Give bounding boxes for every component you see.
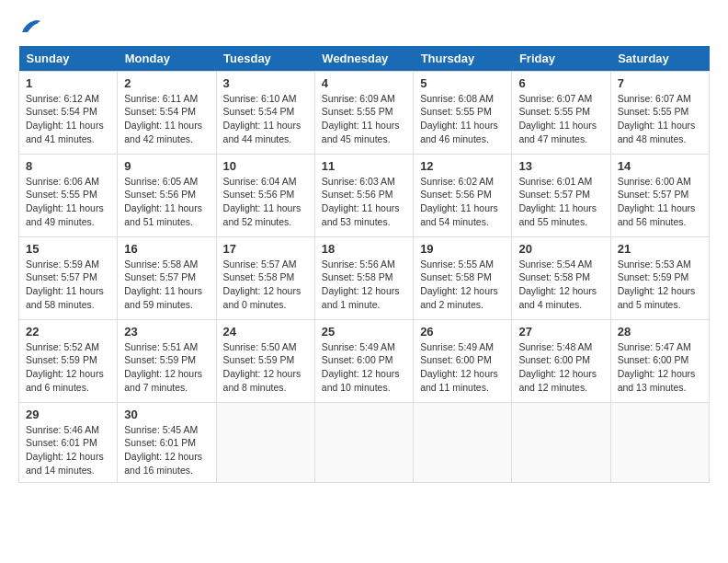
logo-bird-icon	[20, 19, 40, 36]
day-info: Sunrise: 6:07 AMSunset: 5:55 PMDaylight:…	[618, 92, 702, 146]
day-number: 7	[618, 76, 702, 90]
day-number: 17	[223, 242, 308, 256]
day-info: Sunrise: 5:53 AMSunset: 5:59 PMDaylight:…	[618, 258, 702, 312]
calendar-cell: 7Sunrise: 6:07 AMSunset: 5:55 PMDaylight…	[610, 71, 709, 154]
calendar-week-4: 22Sunrise: 5:52 AMSunset: 5:59 PMDayligh…	[19, 319, 710, 402]
calendar-cell	[610, 402, 709, 482]
day-info: Sunrise: 6:10 AMSunset: 5:54 PMDaylight:…	[223, 92, 308, 146]
day-number: 24	[223, 325, 308, 339]
day-info: Sunrise: 6:11 AMSunset: 5:54 PMDaylight:…	[124, 92, 209, 146]
calendar-cell: 17Sunrise: 5:57 AMSunset: 5:58 PMDayligh…	[216, 236, 314, 319]
day-number: 10	[223, 159, 308, 173]
day-info: Sunrise: 6:12 AMSunset: 5:54 PMDaylight:…	[26, 92, 110, 146]
day-info: Sunrise: 5:49 AMSunset: 6:00 PMDaylight:…	[420, 340, 505, 395]
calendar-cell: 24Sunrise: 5:50 AMSunset: 5:59 PMDayligh…	[216, 319, 314, 402]
weekday-header-monday: Monday	[118, 46, 216, 72]
calendar-cell: 25Sunrise: 5:49 AMSunset: 6:00 PMDayligh…	[314, 319, 413, 402]
day-number: 25	[322, 325, 406, 339]
day-number: 15	[26, 242, 110, 256]
calendar-cell: 16Sunrise: 5:58 AMSunset: 5:57 PMDayligh…	[118, 236, 216, 319]
calendar-cell: 30Sunrise: 5:45 AMSunset: 6:01 PMDayligh…	[118, 402, 216, 482]
logo	[18, 18, 40, 37]
day-info: Sunrise: 5:46 AMSunset: 6:01 PMDaylight:…	[26, 423, 110, 477]
calendar-cell: 10Sunrise: 6:04 AMSunset: 5:56 PMDayligh…	[216, 154, 314, 236]
calendar-cell: 14Sunrise: 6:00 AMSunset: 5:57 PMDayligh…	[610, 154, 709, 236]
calendar-cell	[216, 402, 314, 482]
calendar-cell: 26Sunrise: 5:49 AMSunset: 6:00 PMDayligh…	[414, 319, 512, 402]
calendar-cell: 28Sunrise: 5:47 AMSunset: 6:00 PMDayligh…	[610, 319, 709, 402]
weekday-header-wednesday: Wednesday	[314, 46, 413, 72]
day-info: Sunrise: 6:03 AMSunset: 5:56 PMDaylight:…	[322, 175, 406, 229]
day-info: Sunrise: 5:45 AMSunset: 6:01 PMDaylight:…	[124, 423, 209, 477]
day-number: 13	[518, 159, 603, 173]
calendar-cell: 5Sunrise: 6:08 AMSunset: 5:55 PMDaylight…	[414, 71, 512, 154]
day-number: 27	[518, 325, 603, 339]
calendar-cell: 2Sunrise: 6:11 AMSunset: 5:54 PMDaylight…	[118, 71, 216, 154]
day-info: Sunrise: 5:52 AMSunset: 5:59 PMDaylight:…	[26, 340, 110, 395]
day-number: 16	[124, 242, 209, 256]
calendar-cell: 1Sunrise: 6:12 AMSunset: 5:54 PMDaylight…	[19, 71, 118, 154]
calendar-cell: 12Sunrise: 6:02 AMSunset: 5:56 PMDayligh…	[414, 154, 512, 236]
calendar-cell	[314, 402, 413, 482]
calendar-cell: 8Sunrise: 6:06 AMSunset: 5:55 PMDaylight…	[19, 154, 118, 236]
day-info: Sunrise: 5:47 AMSunset: 6:00 PMDaylight:…	[618, 340, 702, 395]
day-number: 12	[420, 159, 505, 173]
day-number: 6	[518, 76, 603, 90]
calendar-cell: 23Sunrise: 5:51 AMSunset: 5:59 PMDayligh…	[118, 319, 216, 402]
calendar-cell	[414, 402, 512, 482]
day-number: 29	[26, 408, 110, 421]
page-header	[18, 18, 710, 37]
day-number: 9	[124, 159, 209, 173]
day-number: 18	[322, 242, 406, 256]
day-number: 19	[420, 242, 505, 256]
day-info: Sunrise: 5:49 AMSunset: 6:00 PMDaylight:…	[322, 340, 406, 395]
calendar-week-2: 8Sunrise: 6:06 AMSunset: 5:55 PMDaylight…	[19, 154, 710, 236]
day-info: Sunrise: 6:02 AMSunset: 5:56 PMDaylight:…	[420, 175, 505, 229]
day-number: 26	[420, 325, 505, 339]
day-info: Sunrise: 5:59 AMSunset: 5:57 PMDaylight:…	[26, 258, 110, 312]
day-number: 2	[124, 76, 209, 90]
day-info: Sunrise: 6:00 AMSunset: 5:57 PMDaylight:…	[618, 175, 702, 229]
day-number: 22	[26, 325, 110, 339]
day-number: 28	[618, 325, 702, 339]
calendar-cell: 27Sunrise: 5:48 AMSunset: 6:00 PMDayligh…	[512, 319, 610, 402]
day-number: 5	[420, 76, 505, 90]
day-info: Sunrise: 6:04 AMSunset: 5:56 PMDaylight:…	[223, 175, 308, 229]
day-info: Sunrise: 5:48 AMSunset: 6:00 PMDaylight:…	[518, 340, 603, 395]
day-number: 14	[618, 159, 702, 173]
day-number: 3	[223, 76, 308, 90]
day-number: 30	[124, 408, 209, 421]
day-number: 20	[518, 242, 603, 256]
day-number: 8	[26, 159, 110, 173]
weekday-header-thursday: Thursday	[414, 46, 512, 72]
calendar-cell: 21Sunrise: 5:53 AMSunset: 5:59 PMDayligh…	[610, 236, 709, 319]
calendar-cell: 19Sunrise: 5:55 AMSunset: 5:58 PMDayligh…	[414, 236, 512, 319]
weekday-header-tuesday: Tuesday	[216, 46, 314, 72]
day-info: Sunrise: 5:54 AMSunset: 5:58 PMDaylight:…	[518, 258, 603, 312]
calendar-cell: 20Sunrise: 5:54 AMSunset: 5:58 PMDayligh…	[512, 236, 610, 319]
weekday-header-saturday: Saturday	[610, 46, 709, 72]
day-info: Sunrise: 6:09 AMSunset: 5:55 PMDaylight:…	[322, 92, 406, 146]
calendar-week-1: 1Sunrise: 6:12 AMSunset: 5:54 PMDaylight…	[19, 71, 710, 154]
day-info: Sunrise: 6:01 AMSunset: 5:57 PMDaylight:…	[518, 175, 603, 229]
calendar-cell: 15Sunrise: 5:59 AMSunset: 5:57 PMDayligh…	[19, 236, 118, 319]
day-info: Sunrise: 6:05 AMSunset: 5:56 PMDaylight:…	[124, 175, 209, 229]
day-info: Sunrise: 5:51 AMSunset: 5:59 PMDaylight:…	[124, 340, 209, 395]
day-number: 11	[322, 159, 406, 173]
day-number: 21	[618, 242, 702, 256]
weekday-header-friday: Friday	[512, 46, 610, 72]
calendar-cell	[512, 402, 610, 482]
calendar-cell: 13Sunrise: 6:01 AMSunset: 5:57 PMDayligh…	[512, 154, 610, 236]
day-info: Sunrise: 6:07 AMSunset: 5:55 PMDaylight:…	[518, 92, 603, 146]
day-number: 23	[124, 325, 209, 339]
calendar-cell: 6Sunrise: 6:07 AMSunset: 5:55 PMDaylight…	[512, 71, 610, 154]
day-info: Sunrise: 5:57 AMSunset: 5:58 PMDaylight:…	[223, 258, 308, 312]
day-info: Sunrise: 5:50 AMSunset: 5:59 PMDaylight:…	[223, 340, 308, 395]
day-number: 1	[26, 76, 110, 90]
calendar-table: SundayMondayTuesdayWednesdayThursdayFrid…	[18, 46, 710, 483]
calendar-week-5: 29Sunrise: 5:46 AMSunset: 6:01 PMDayligh…	[19, 402, 710, 482]
day-number: 4	[322, 76, 406, 90]
calendar-cell: 22Sunrise: 5:52 AMSunset: 5:59 PMDayligh…	[19, 319, 118, 402]
calendar-week-3: 15Sunrise: 5:59 AMSunset: 5:57 PMDayligh…	[19, 236, 710, 319]
calendar-cell: 11Sunrise: 6:03 AMSunset: 5:56 PMDayligh…	[314, 154, 413, 236]
